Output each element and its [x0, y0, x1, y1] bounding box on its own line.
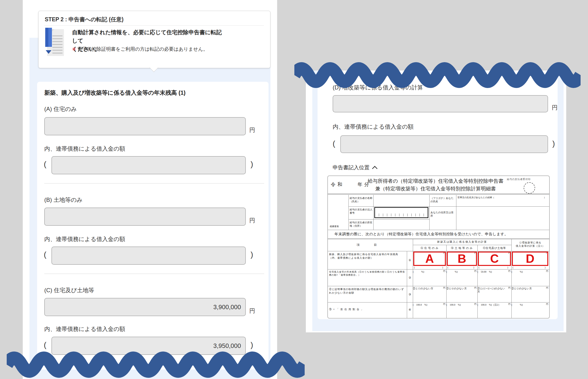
- close-paren: ): [251, 341, 253, 349]
- marker-box-b: B: [447, 252, 477, 266]
- form-position-toggle-link[interactable]: 申告書記入位置: [333, 164, 377, 171]
- open-paren: (: [44, 250, 47, 259]
- double-rule: [328, 194, 549, 194]
- section-a-joint-debt-input[interactable]: [51, 156, 246, 174]
- section-d-amount-input[interactable]: [333, 95, 548, 112]
- section-d-joint-debt-input[interactable]: [340, 135, 548, 153]
- close-paren: ): [251, 160, 253, 169]
- marker-box-c: C: [478, 252, 511, 266]
- marker-letter-c: C: [490, 253, 499, 265]
- wavy-tear-border-top: [294, 62, 581, 88]
- row1-number: ①: [407, 258, 413, 262]
- row1-label: 新築、購入及び増改築等に係る住宅借入金等の年末残高（内、連帯債務による借入金の額…: [329, 253, 406, 260]
- section-b-joint-debt-label: 内、連帯債務による借入金の額: [44, 235, 125, 243]
- marker-letter-a: A: [425, 253, 434, 265]
- section-d-yen-label: 円: [552, 104, 558, 111]
- employer-address-label: 給与の支払者の所在地（住所）: [350, 221, 372, 228]
- section-divider: [44, 183, 264, 184]
- open-paren: (: [333, 139, 335, 148]
- row2-label: 住宅借入金等の年末残高（①のうち単独債務の額＋①のうち連帯債務の額×「連帯債務割…: [329, 270, 406, 277]
- section-c-label: (C) 住宅及び土地等: [44, 286, 94, 294]
- furigana-name-label: （フリガナ）あなたの氏名: [430, 197, 456, 203]
- item-column-header: 項 目: [328, 243, 407, 247]
- row4-label: ③ × 「 居 住 用 割 合 」: [329, 307, 406, 311]
- column-c-header: Ⓒ住宅及び土地等: [477, 246, 511, 250]
- section-c-joint-debt-label: 内、連帯債務による借入金の額: [44, 325, 125, 333]
- asterisk-mark: ※: [72, 46, 76, 52]
- loan-balance-heading: 新築、購入及び増改築等に係る借入金等の年末残高 (1): [44, 89, 185, 97]
- section-d-joint-debt-label: 内、連帯債務による借入金の額: [333, 123, 413, 130]
- column-b-header: Ⓑ 土 地 等 の み: [446, 246, 477, 250]
- step2-divider: [44, 25, 264, 26]
- step2-card: STEP 2 : 申告書への転記 (任意) 自動計算された情報を、必要に応じて住…: [38, 11, 270, 68]
- open-paren: (: [44, 341, 47, 349]
- open-paren: (: [44, 160, 47, 169]
- step2-note: ※ 電子的控除証明書をご利用の方は転記の必要はありません。: [72, 46, 208, 52]
- employer-stamp-note: 給与の支払者受付印: [507, 178, 531, 181]
- column-a-header: Ⓐ 住 宅 の み: [413, 246, 446, 250]
- your-address-label: あなたの住所又は居所: [430, 211, 456, 218]
- tax-form-preview-image: 令和 年分 給与所得者の（特定増改築等）住宅借入金等特別控除申告書 兼（特定増改…: [327, 175, 550, 318]
- corp-number-box: [374, 207, 428, 218]
- row4-number: ④: [407, 308, 413, 312]
- marker-box-a: A: [413, 252, 446, 266]
- group-column-header: 新築又は購入に係る借入金等の計算: [413, 240, 511, 244]
- section-c-amount-input[interactable]: [44, 298, 246, 316]
- declaration-sentence: 年末調整の際に、次のとおり（特定増改築等）住宅借入金等特別控除を受けたいので、申…: [335, 232, 508, 237]
- section-c-yen-label: 円: [249, 307, 255, 315]
- section-a-label: (A) 住宅のみ: [44, 105, 77, 113]
- householder-label: 世帯主の氏名及びあなたとの続柄（ ）: [457, 196, 548, 199]
- document-transcribe-icon: [44, 28, 64, 56]
- row2-number: ②: [407, 276, 413, 280]
- section-b-yen-label: 円: [249, 217, 255, 224]
- section-a-yen-label: 円: [249, 126, 255, 134]
- section-a-joint-debt-label: 内、連帯債務による借入金の額: [44, 145, 125, 153]
- column-d-header: ㋥増改築等に係る 借入金等の計算（注1）: [511, 241, 549, 248]
- close-paren: ): [251, 250, 253, 259]
- marker-box-d: D: [512, 252, 548, 266]
- bookmark-ribbon-icon: [45, 28, 52, 47]
- row3-number: ③: [407, 293, 413, 296]
- row3-label: ②と証明事項の取得対価の額又は増改築等の費用の額のいずれか少ない方の金額: [329, 287, 406, 295]
- chevron-up-icon: [372, 166, 378, 172]
- step2-title: STEP 2 : 申告書への転記 (任意): [45, 16, 124, 23]
- close-paren: ): [552, 139, 555, 148]
- section-b-joint-debt-input[interactable]: [51, 247, 246, 265]
- section-divider: [44, 274, 264, 274]
- tax-office-label: 税務署長: [330, 225, 339, 228]
- form-title: 給与所得者の（特定増改築等）住宅借入金等特別控除申告書 兼（特定増改築等）住宅借…: [364, 177, 507, 192]
- stamp-circle: [524, 182, 535, 194]
- marker-letter-d: D: [526, 253, 534, 265]
- employer-name-label: 給与の支払者の名称（氏名）: [350, 197, 372, 203]
- bookmark-ribbon-tip: [46, 50, 51, 54]
- corp-number-label: 給与の支払者の法人番号: [350, 208, 372, 215]
- marker-letter-b: B: [457, 253, 466, 265]
- section-a-amount-input[interactable]: [44, 117, 246, 135]
- section-b-label: (B) 土地等のみ: [44, 196, 82, 204]
- section-b-amount-input[interactable]: [44, 207, 246, 226]
- wavy-tear-border-bottom: [7, 351, 305, 378]
